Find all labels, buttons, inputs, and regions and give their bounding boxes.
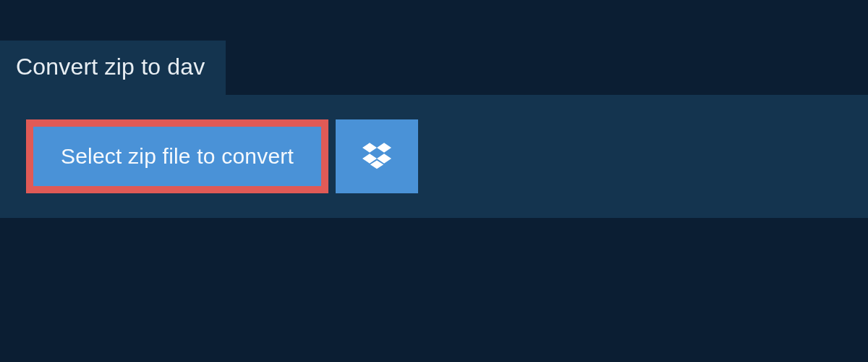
- select-file-label: Select zip file to convert: [61, 144, 294, 169]
- button-row: Select zip file to convert: [26, 119, 842, 193]
- tab-bar: Convert zip to dav: [0, 0, 868, 95]
- tab-convert[interactable]: Convert zip to dav: [0, 41, 226, 95]
- select-file-button[interactable]: Select zip file to convert: [26, 119, 328, 193]
- dropbox-button[interactable]: [336, 119, 418, 193]
- tab-label: Convert zip to dav: [16, 54, 205, 80]
- dropbox-icon: [362, 140, 391, 172]
- upload-panel: Select zip file to convert: [0, 95, 868, 218]
